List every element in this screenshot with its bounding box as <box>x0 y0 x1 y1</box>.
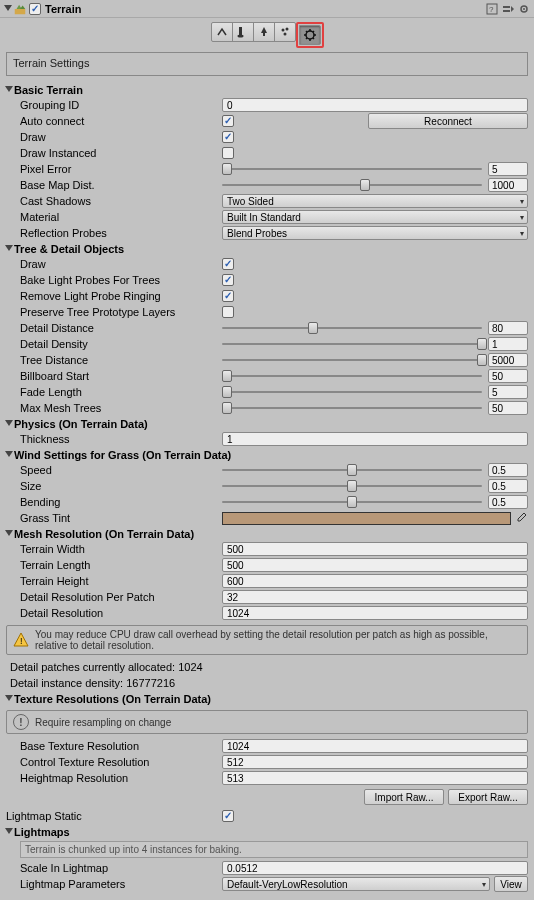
physics-header[interactable]: Physics (On Terrain Data) <box>0 416 534 431</box>
terrain-height-input[interactable] <box>222 574 528 588</box>
grouping-id-row: Grouping ID <box>0 97 534 113</box>
resample-box: ! Require resampling on change <box>6 710 528 734</box>
svg-point-16 <box>285 28 288 31</box>
max-mesh-trees-value[interactable]: 50 <box>488 401 528 415</box>
grass-tint-label: Grass Tint <box>20 512 222 524</box>
tree-distance-value[interactable]: 5000 <box>488 353 528 367</box>
mesh-res-label: Mesh Resolution (On Terrain Data) <box>14 528 194 540</box>
svg-point-10 <box>523 8 525 10</box>
terrain-width-input[interactable] <box>222 542 528 556</box>
material-dropdown[interactable]: Built In Standard <box>222 210 528 224</box>
foldout-icon[interactable] <box>4 451 14 459</box>
mesh-res-header[interactable]: Mesh Resolution (On Terrain Data) <box>0 526 534 541</box>
wind-bending-slider[interactable] <box>222 501 482 503</box>
svg-point-17 <box>283 33 286 36</box>
tree-draw-checkbox[interactable] <box>222 258 234 270</box>
resample-text: Require resampling on change <box>35 717 171 728</box>
import-raw-button[interactable]: Import Raw... <box>364 789 444 805</box>
detail-density-value[interactable]: 1 <box>488 337 528 351</box>
tool-raise-lower[interactable] <box>211 22 233 42</box>
terrain-length-input[interactable] <box>222 558 528 572</box>
remove-ringing-checkbox[interactable] <box>222 290 234 302</box>
terrain-height-label: Terrain Height <box>20 575 222 587</box>
lightmap-scale-input[interactable] <box>222 861 528 875</box>
basic-terrain-label: Basic Terrain <box>14 84 83 96</box>
wind-speed-label: Speed <box>20 464 222 476</box>
pixel-error-value[interactable]: 5 <box>488 162 528 176</box>
tool-paint-trees[interactable] <box>253 22 275 42</box>
detail-density-label: Detail Density <box>20 338 222 350</box>
foldout-icon[interactable] <box>4 828 14 836</box>
fade-length-slider[interactable] <box>222 391 482 393</box>
eyedropper-icon[interactable] <box>514 511 528 525</box>
gear-icon[interactable] <box>517 2 531 16</box>
foldout-icon[interactable] <box>4 420 14 428</box>
base-tex-input[interactable] <box>222 739 528 753</box>
cast-shadows-dropdown[interactable]: Two Sided <box>222 194 528 208</box>
heightmap-input[interactable] <box>222 771 528 785</box>
wind-bending-value[interactable]: 0.5 <box>488 495 528 509</box>
wind-speed-value[interactable]: 0.5 <box>488 463 528 477</box>
auto-connect-checkbox[interactable] <box>222 115 234 127</box>
wind-header[interactable]: Wind Settings for Grass (On Terrain Data… <box>0 447 534 462</box>
control-tex-input[interactable] <box>222 755 528 769</box>
export-raw-button[interactable]: Export Raw... <box>448 789 528 805</box>
billboard-start-slider[interactable] <box>222 375 482 377</box>
settings-tool-highlight <box>296 22 324 48</box>
svg-rect-7 <box>503 10 510 12</box>
base-map-dist-slider[interactable] <box>222 184 482 186</box>
thickness-input[interactable] <box>222 432 528 446</box>
lightmap-params-dropdown[interactable]: Default-VeryLowResolution <box>222 877 490 891</box>
draw-row: Draw <box>0 129 534 145</box>
draw-instanced-label: Draw Instanced <box>20 147 222 159</box>
draw-checkbox[interactable] <box>222 131 234 143</box>
tree-detail-header[interactable]: Tree & Detail Objects <box>0 241 534 256</box>
detail-distance-slider[interactable] <box>222 327 482 329</box>
terrain-enable-checkbox[interactable] <box>29 3 41 15</box>
billboard-start-value[interactable]: 50 <box>488 369 528 383</box>
grouping-id-input[interactable] <box>222 98 528 112</box>
detail-distance-value[interactable]: 80 <box>488 321 528 335</box>
lightmap-static-checkbox[interactable] <box>222 810 234 822</box>
reconnect-button[interactable]: Reconnect <box>368 113 528 129</box>
max-mesh-trees-slider[interactable] <box>222 407 482 409</box>
auto-connect-row: Auto connect Reconnect <box>0 113 534 129</box>
detail-density-slider[interactable] <box>222 343 482 345</box>
detail-res-patch-input[interactable] <box>222 590 528 604</box>
pixel-error-slider[interactable] <box>222 168 482 170</box>
basic-terrain-header[interactable]: Basic Terrain <box>0 82 534 97</box>
preset-icon[interactable] <box>501 2 515 16</box>
reference-icon[interactable]: ? <box>485 2 499 16</box>
settings-label: Terrain Settings <box>13 57 89 69</box>
terrain-title: Terrain <box>45 3 81 15</box>
warning-icon: ! <box>13 632 29 648</box>
tool-paint-texture[interactable] <box>232 22 254 42</box>
wind-speed-slider[interactable] <box>222 469 482 471</box>
draw-instanced-checkbox[interactable] <box>222 147 234 159</box>
foldout-icon[interactable] <box>3 5 13 13</box>
foldout-icon[interactable] <box>4 530 14 538</box>
base-map-dist-value[interactable]: 1000 <box>488 178 528 192</box>
lightmap-static-label: Lightmap Static <box>6 810 222 822</box>
bake-light-checkbox[interactable] <box>222 274 234 286</box>
tool-paint-details[interactable] <box>274 22 296 42</box>
grass-tint-swatch[interactable] <box>222 512 511 525</box>
lightmap-note: Terrain is chunked up into 4 instances f… <box>20 841 528 858</box>
texres-header[interactable]: Texture Resolutions (On Terrain Data) <box>0 691 534 706</box>
wind-size-slider[interactable] <box>222 485 482 487</box>
detail-density-text: Detail instance density: 16777216 <box>0 675 534 691</box>
physics-label: Physics (On Terrain Data) <box>14 418 148 430</box>
lightmaps-header[interactable]: Lightmaps <box>0 824 534 839</box>
foldout-icon[interactable] <box>4 245 14 253</box>
preserve-proto-checkbox[interactable] <box>222 306 234 318</box>
detail-res-input[interactable] <box>222 606 528 620</box>
lightmap-view-button[interactable]: View <box>494 876 528 892</box>
tree-distance-slider[interactable] <box>222 359 482 361</box>
tool-settings[interactable] <box>299 25 321 45</box>
wind-size-value[interactable]: 0.5 <box>488 479 528 493</box>
terrain-toolbar <box>0 18 534 50</box>
foldout-icon[interactable] <box>4 695 14 703</box>
foldout-icon[interactable] <box>4 86 14 94</box>
reflection-probes-dropdown[interactable]: Blend Probes <box>222 226 528 240</box>
fade-length-value[interactable]: 5 <box>488 385 528 399</box>
